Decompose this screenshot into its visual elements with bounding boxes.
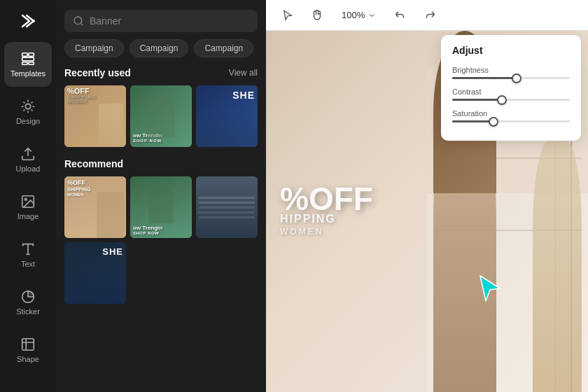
sidebar-item-image-label: Image [18,212,39,220]
recently-used-grid: %OFF SHIPPING WOMEN ow Trendin SHOP NOW [64,85,258,147]
template-thumb-recent-1[interactable]: ow Trendin SHOP NOW [130,85,192,147]
sidebar-item-upload-label: Upload [16,164,41,173]
recommend-title: Recommend [64,158,123,169]
main-area: 100% [266,0,588,392]
zoom-value: 100% [342,10,365,20]
select-tool-button[interactable] [277,5,298,26]
template-thumb-rec-0[interactable]: %OFF SHIPPING WOMEN [64,176,126,238]
sidebar-item-templates[interactable]: Templates [4,42,52,87]
sidebar-item-sticker-label: Sticker [16,307,40,316]
recommend-grid: %OFF SHIPPING WOMEN ow Trengin SHOP NOW [64,176,258,304]
contrast-row: Contrast [452,88,570,101]
sidebar-item-sticker[interactable]: Sticker [4,280,52,325]
svg-line-15 [80,23,83,25]
redo-button[interactable] [419,5,440,26]
saturation-slider[interactable] [452,120,570,122]
recently-used-title: Recently used [64,67,131,78]
contrast-label: Contrast [452,88,570,96]
svg-rect-3 [29,53,34,57]
adjust-panel: Adjust Brightness Contrast Saturation [441,35,581,141]
svg-rect-2 [22,53,27,57]
off-text: %OFF [280,186,373,213]
svg-point-1 [32,20,35,22]
sidebar-item-design-label: Design [16,117,40,125]
panel-search-area [56,0,266,39]
templates-panel: Campaign Campaign Campaign Recently used… [56,0,266,392]
template-thumb-rec-1[interactable]: ow Trengin SHOP NOW [130,176,192,238]
app-logo [15,8,41,34]
filter-tag-1[interactable]: Campaign [130,39,189,57]
search-bar[interactable] [64,10,258,32]
sidebar-item-text-label: Text [21,260,35,268]
saturation-row: Saturation [452,109,570,122]
template-thumb-rec-2[interactable] [196,176,258,238]
sidebar-item-image[interactable]: Image [4,185,52,230]
sidebar-item-text[interactable]: Text [4,232,52,277]
svg-point-14 [74,17,82,24]
adjust-panel-title: Adjust [452,45,570,56]
sidebar-item-upload[interactable]: Upload [4,137,52,182]
brightness-label: Brightness [452,66,570,74]
chevron-down-icon [368,11,376,20]
sidebar-item-shape[interactable]: Shape [4,328,52,372]
sidebar-item-design[interactable]: Design [4,90,52,134]
search-icon [73,15,84,27]
view-all-button[interactable]: View all [229,68,258,78]
brightness-slider[interactable] [452,77,570,79]
sidebar-item-shape-label: Shape [17,355,39,363]
panel-content: Recently used View all %OFF SHIPPING WOM… [56,64,266,392]
svg-point-7 [25,104,30,108]
contrast-slider[interactable] [452,99,570,101]
filter-tags-row: Campaign Campaign Campaign [56,39,266,64]
search-input[interactable] [90,15,249,27]
canvas-toolbar: 100% [266,0,588,31]
zoom-control[interactable]: 100% [336,7,382,23]
women-text: WOMEN [280,227,373,237]
hand-tool-button[interactable] [307,5,328,26]
saturation-label: Saturation [452,109,570,118]
template-thumb-rec-3[interactable]: SHE [64,242,126,304]
canvas-text-overlay: %OFF HIPPING WOMEN [280,186,373,237]
filter-tag-0[interactable]: Campaign [64,39,124,57]
recommend-header: Recommend [64,158,258,169]
template-thumb-recent-2[interactable]: SHE [196,85,258,147]
brightness-row: Brightness [452,66,570,79]
recently-used-header: Recently used View all [64,67,258,78]
svg-rect-5 [22,62,27,65]
svg-point-10 [24,198,27,200]
sidebar: Templates Design Upload Image Text [0,0,56,392]
svg-rect-6 [29,62,34,65]
svg-rect-4 [22,57,34,61]
sidebar-item-templates-label: Templates [10,69,46,78]
template-thumb-recent-0[interactable]: %OFF SHIPPING WOMEN [64,85,126,147]
undo-button[interactable] [390,5,411,26]
filter-tag-2[interactable]: Campaign [194,39,253,57]
